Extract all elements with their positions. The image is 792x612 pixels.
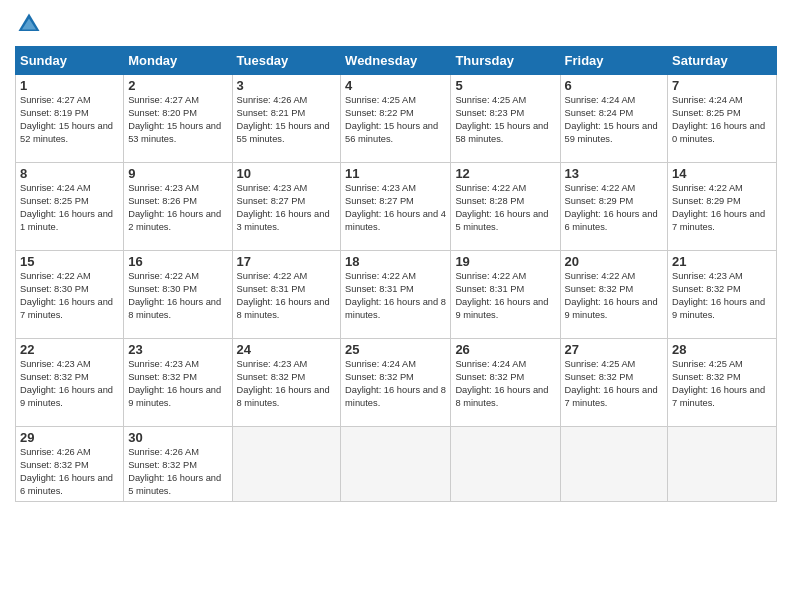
sunrise-label: Sunrise: 4:22 AM	[672, 183, 743, 193]
calendar-cell: 3 Sunrise: 4:26 AM Sunset: 8:21 PM Dayli…	[232, 75, 341, 163]
day-number: 30	[128, 430, 227, 445]
sunset-label: Sunset: 8:32 PM	[672, 372, 741, 382]
sunrise-label: Sunrise: 4:26 AM	[20, 447, 91, 457]
daylight-label: Daylight: 16 hours and 2 minutes.	[128, 209, 221, 232]
sunset-label: Sunset: 8:32 PM	[672, 284, 741, 294]
week-row-1: 1 Sunrise: 4:27 AM Sunset: 8:19 PM Dayli…	[16, 75, 777, 163]
daylight-label: Daylight: 16 hours and 1 minute.	[20, 209, 113, 232]
daylight-label: Daylight: 16 hours and 8 minutes.	[345, 385, 446, 408]
sunset-label: Sunset: 8:30 PM	[128, 284, 197, 294]
sunrise-label: Sunrise: 4:24 AM	[20, 183, 91, 193]
sunrise-label: Sunrise: 4:23 AM	[672, 271, 743, 281]
sunrise-label: Sunrise: 4:22 AM	[20, 271, 91, 281]
calendar-table: SundayMondayTuesdayWednesdayThursdayFrid…	[15, 46, 777, 502]
sunrise-label: Sunrise: 4:22 AM	[455, 183, 526, 193]
day-number: 28	[672, 342, 772, 357]
calendar-cell: 7 Sunrise: 4:24 AM Sunset: 8:25 PM Dayli…	[668, 75, 777, 163]
daylight-label: Daylight: 16 hours and 7 minutes.	[20, 297, 113, 320]
calendar-cell: 20 Sunrise: 4:22 AM Sunset: 8:32 PM Dayl…	[560, 251, 668, 339]
sunrise-label: Sunrise: 4:22 AM	[565, 271, 636, 281]
daylight-label: Daylight: 16 hours and 3 minutes.	[237, 209, 330, 232]
daylight-label: Daylight: 16 hours and 6 minutes.	[565, 209, 658, 232]
day-info: Sunrise: 4:23 AM Sunset: 8:32 PM Dayligh…	[20, 358, 119, 410]
daylight-label: Daylight: 16 hours and 6 minutes.	[20, 473, 113, 496]
sunset-label: Sunset: 8:32 PM	[237, 372, 306, 382]
calendar-cell	[668, 427, 777, 502]
calendar-cell: 5 Sunrise: 4:25 AM Sunset: 8:23 PM Dayli…	[451, 75, 560, 163]
calendar-cell: 19 Sunrise: 4:22 AM Sunset: 8:31 PM Dayl…	[451, 251, 560, 339]
calendar-cell: 25 Sunrise: 4:24 AM Sunset: 8:32 PM Dayl…	[341, 339, 451, 427]
daylight-label: Daylight: 16 hours and 7 minutes.	[565, 385, 658, 408]
day-info: Sunrise: 4:25 AM Sunset: 8:32 PM Dayligh…	[672, 358, 772, 410]
calendar-cell	[341, 427, 451, 502]
sunrise-label: Sunrise: 4:23 AM	[128, 183, 199, 193]
sunrise-label: Sunrise: 4:22 AM	[455, 271, 526, 281]
sunrise-label: Sunrise: 4:25 AM	[565, 359, 636, 369]
day-number: 10	[237, 166, 337, 181]
calendar-cell: 28 Sunrise: 4:25 AM Sunset: 8:32 PM Dayl…	[668, 339, 777, 427]
sunrise-label: Sunrise: 4:23 AM	[128, 359, 199, 369]
day-number: 15	[20, 254, 119, 269]
day-number: 1	[20, 78, 119, 93]
sunset-label: Sunset: 8:22 PM	[345, 108, 414, 118]
day-number: 20	[565, 254, 664, 269]
day-info: Sunrise: 4:24 AM Sunset: 8:24 PM Dayligh…	[565, 94, 664, 146]
sunset-label: Sunset: 8:31 PM	[237, 284, 306, 294]
week-row-4: 22 Sunrise: 4:23 AM Sunset: 8:32 PM Dayl…	[16, 339, 777, 427]
day-number: 25	[345, 342, 446, 357]
sunset-label: Sunset: 8:19 PM	[20, 108, 89, 118]
sunrise-label: Sunrise: 4:24 AM	[345, 359, 416, 369]
logo	[15, 10, 47, 38]
day-number: 23	[128, 342, 227, 357]
weekday-friday: Friday	[560, 47, 668, 75]
sunset-label: Sunset: 8:32 PM	[20, 460, 89, 470]
day-number: 27	[565, 342, 664, 357]
day-info: Sunrise: 4:26 AM Sunset: 8:32 PM Dayligh…	[128, 446, 227, 498]
calendar-cell: 26 Sunrise: 4:24 AM Sunset: 8:32 PM Dayl…	[451, 339, 560, 427]
page-container: SundayMondayTuesdayWednesdayThursdayFrid…	[0, 0, 792, 512]
daylight-label: Daylight: 16 hours and 9 minutes.	[672, 297, 765, 320]
calendar-cell: 11 Sunrise: 4:23 AM Sunset: 8:27 PM Dayl…	[341, 163, 451, 251]
daylight-label: Daylight: 16 hours and 0 minutes.	[672, 121, 765, 144]
sunrise-label: Sunrise: 4:24 AM	[565, 95, 636, 105]
sunset-label: Sunset: 8:32 PM	[565, 372, 634, 382]
day-number: 18	[345, 254, 446, 269]
weekday-saturday: Saturday	[668, 47, 777, 75]
sunrise-label: Sunrise: 4:22 AM	[237, 271, 308, 281]
daylight-label: Daylight: 16 hours and 8 minutes.	[455, 385, 548, 408]
sunrise-label: Sunrise: 4:25 AM	[672, 359, 743, 369]
sunrise-label: Sunrise: 4:25 AM	[455, 95, 526, 105]
day-number: 6	[565, 78, 664, 93]
daylight-label: Daylight: 16 hours and 8 minutes.	[237, 385, 330, 408]
calendar-cell: 23 Sunrise: 4:23 AM Sunset: 8:32 PM Dayl…	[124, 339, 232, 427]
day-info: Sunrise: 4:25 AM Sunset: 8:23 PM Dayligh…	[455, 94, 555, 146]
sunset-label: Sunset: 8:28 PM	[455, 196, 524, 206]
daylight-label: Daylight: 16 hours and 9 minutes.	[128, 385, 221, 408]
calendar-cell: 8 Sunrise: 4:24 AM Sunset: 8:25 PM Dayli…	[16, 163, 124, 251]
daylight-label: Daylight: 15 hours and 56 minutes.	[345, 121, 438, 144]
sunset-label: Sunset: 8:32 PM	[128, 460, 197, 470]
day-number: 9	[128, 166, 227, 181]
day-number: 13	[565, 166, 664, 181]
calendar-cell: 13 Sunrise: 4:22 AM Sunset: 8:29 PM Dayl…	[560, 163, 668, 251]
day-number: 7	[672, 78, 772, 93]
calendar-cell: 12 Sunrise: 4:22 AM Sunset: 8:28 PM Dayl…	[451, 163, 560, 251]
sunset-label: Sunset: 8:20 PM	[128, 108, 197, 118]
sunset-label: Sunset: 8:27 PM	[237, 196, 306, 206]
calendar-cell: 17 Sunrise: 4:22 AM Sunset: 8:31 PM Dayl…	[232, 251, 341, 339]
day-info: Sunrise: 4:23 AM Sunset: 8:26 PM Dayligh…	[128, 182, 227, 234]
sunset-label: Sunset: 8:31 PM	[345, 284, 414, 294]
calendar-cell	[560, 427, 668, 502]
day-number: 3	[237, 78, 337, 93]
calendar-cell: 6 Sunrise: 4:24 AM Sunset: 8:24 PM Dayli…	[560, 75, 668, 163]
day-info: Sunrise: 4:27 AM Sunset: 8:19 PM Dayligh…	[20, 94, 119, 146]
calendar-cell: 27 Sunrise: 4:25 AM Sunset: 8:32 PM Dayl…	[560, 339, 668, 427]
daylight-label: Daylight: 16 hours and 5 minutes.	[128, 473, 221, 496]
sunset-label: Sunset: 8:32 PM	[20, 372, 89, 382]
sunset-label: Sunset: 8:21 PM	[237, 108, 306, 118]
daylight-label: Daylight: 16 hours and 9 minutes.	[455, 297, 548, 320]
calendar-cell: 16 Sunrise: 4:22 AM Sunset: 8:30 PM Dayl…	[124, 251, 232, 339]
weekday-tuesday: Tuesday	[232, 47, 341, 75]
sunset-label: Sunset: 8:32 PM	[455, 372, 524, 382]
calendar-cell: 22 Sunrise: 4:23 AM Sunset: 8:32 PM Dayl…	[16, 339, 124, 427]
